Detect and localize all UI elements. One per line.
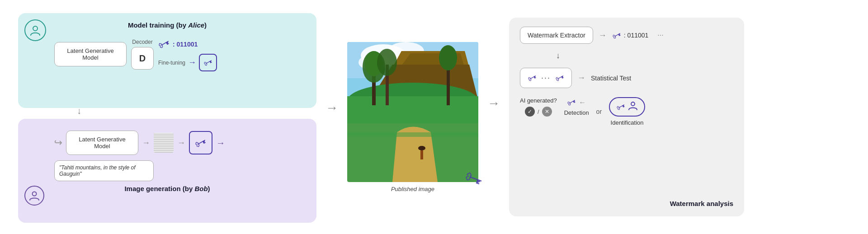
middle-to-right-arrow: → xyxy=(487,96,500,111)
left-section: Model training (by Alice) Latent Generat… xyxy=(18,13,316,221)
svg-point-21 xyxy=(418,146,425,150)
gen-arrow-2: → xyxy=(177,138,185,148)
key-code-result: 🗝 : 011001 xyxy=(612,30,649,41)
main-diagram: Model training (by Alice) Latent Generat… xyxy=(18,9,850,225)
stat-arrow: → xyxy=(577,73,585,83)
gen-arrow-1: → xyxy=(142,138,150,148)
key-code-top: : 011001 xyxy=(173,41,198,48)
down-arrow-training: ↓ xyxy=(77,106,81,116)
stat-test-row: 🗝 ··· 🗝 → Statistical Test xyxy=(520,68,733,88)
key-icon-training-top: 🗝 xyxy=(156,35,173,53)
detection-back-arrow: ← xyxy=(579,98,586,107)
key-box-finetuned: 🗝 xyxy=(199,54,217,71)
image-generation-title: Image generation (by Bob) xyxy=(27,185,307,192)
ai-generated-col: AI generated? ✓ / ✕ xyxy=(520,97,557,117)
alice-person-icon xyxy=(24,19,46,41)
key-code-text: : 011001 xyxy=(624,32,649,39)
published-label: Published image xyxy=(391,186,434,192)
gen-title-text: Image generation (by xyxy=(124,185,194,192)
gen-title-suffix: ) xyxy=(208,185,210,192)
model-training-text: Model training (by xyxy=(128,21,188,29)
person-icon-id xyxy=(628,101,638,113)
key-icon-id: 🗝 xyxy=(614,100,627,114)
image-generation-box: ↩ Latent Generative Model → → 🗝 → xyxy=(18,119,316,223)
detection-col-main: 🗝 ← Detection xyxy=(564,97,589,116)
key-icon-detection: 🗝 xyxy=(565,96,578,109)
painting-container: 🗝 xyxy=(347,42,478,182)
x-icon: ✕ xyxy=(542,107,552,117)
extractor-arrow: → xyxy=(599,31,607,40)
latent-model-gen-label: Latent Generative Model xyxy=(72,136,132,150)
extractor-row: Watermark Extractor → 🗝 : 011001 ··· xyxy=(520,27,733,44)
detection-label: Detection xyxy=(564,109,589,116)
model-training-title: Model training (by Alice) xyxy=(27,21,307,29)
ai-question-text: AI generated? xyxy=(520,97,557,104)
noise-box xyxy=(154,133,174,153)
finetuning-label: Fine-tuning xyxy=(158,60,185,66)
stat-dots: ··· xyxy=(541,73,551,83)
left-to-middle-arrow: → xyxy=(326,101,338,115)
extractor-down-arrow: ↓ xyxy=(556,51,733,61)
svg-point-1 xyxy=(33,192,37,196)
middle-section: 🗝 Published image xyxy=(347,42,478,192)
key-icon-result: 🗝 xyxy=(610,28,623,42)
analysis-bottom-row: AI generated? ✓ / ✕ 🗝 ← Detection or xyxy=(520,97,733,126)
identification-label: Identification xyxy=(611,119,644,126)
model-training-suffix: ) xyxy=(204,21,207,29)
svg-point-17 xyxy=(377,49,397,76)
quote-text: "Tahiti mountains, in the style of Gaugu… xyxy=(54,160,154,181)
or-text: or xyxy=(596,108,602,115)
latent-generative-model-gen: Latent Generative Model xyxy=(66,131,138,155)
svg-rect-23 xyxy=(347,132,478,137)
watermark-analysis-title: Watermark analysis xyxy=(670,200,733,207)
check-icon: ✓ xyxy=(525,107,535,117)
painting-svg xyxy=(347,42,478,182)
key-icon-stat-1: 🗝 xyxy=(526,71,539,85)
key-icon-finetuned: 🗝 xyxy=(202,56,215,70)
finetuning-arrow: → xyxy=(188,58,196,67)
watermark-extractor-box: Watermark Extractor xyxy=(520,27,593,44)
latent-generative-model-training: Latent Generative Model xyxy=(54,42,127,66)
detection-icons: ✓ / ✕ xyxy=(525,107,552,117)
key-box-gen: 🗝 xyxy=(189,131,212,154)
key-icon-gen: 🗝 xyxy=(192,134,209,152)
curved-arrow: ↩ xyxy=(54,137,62,149)
model-training-box: Model training (by Alice) Latent Generat… xyxy=(18,13,316,108)
latent-model-label: Latent Generative Model xyxy=(60,47,121,61)
bob-person-icon xyxy=(24,186,44,206)
svg-point-24 xyxy=(631,102,635,106)
identification-box: 🗝 xyxy=(609,97,645,117)
stat-test-box: 🗝 ··· 🗝 xyxy=(520,68,572,88)
svg-point-19 xyxy=(439,45,457,70)
svg-rect-22 xyxy=(420,150,423,159)
gen-title-name: Bob xyxy=(194,185,208,192)
watermark-analysis-title-container: Watermark analysis xyxy=(520,200,733,207)
decoder-label: Decoder xyxy=(132,39,152,45)
model-training-name: Alice xyxy=(188,21,204,29)
dots-right: ··· xyxy=(657,31,663,39)
decoder-box: D xyxy=(131,47,154,70)
extractor-label: Watermark Extractor xyxy=(528,32,585,39)
identification-col: 🗝 Identification xyxy=(609,97,645,126)
key-icon-stat-2: 🗝 xyxy=(553,71,566,85)
stat-test-label: Statistical Test xyxy=(591,75,631,82)
right-section: Watermark Extractor → 🗝 : 011001 ··· ↓ 🗝… xyxy=(509,18,744,216)
gen-arrow-final: → xyxy=(216,138,225,148)
svg-point-0 xyxy=(33,26,38,31)
